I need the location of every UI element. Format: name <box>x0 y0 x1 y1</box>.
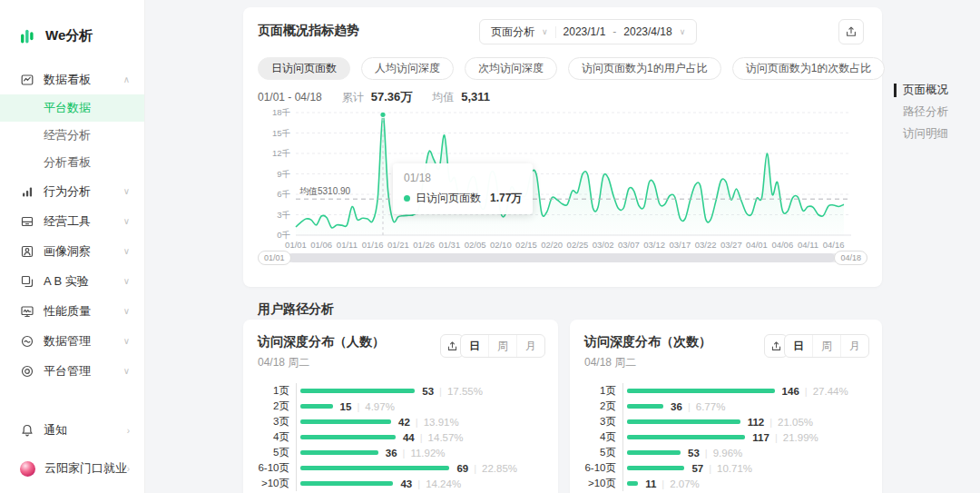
sidebar-item-经营工具[interactable]: 经营工具∨ <box>0 206 144 236</box>
tooltip-date: 01/18 <box>404 172 522 184</box>
bar-category-label: 3页 <box>258 415 296 429</box>
sidebar-footer-云阳家门口就业[interactable]: 云阳家门口就业› <box>0 449 144 488</box>
anchor-页面概况[interactable]: 页面概况 <box>894 84 948 97</box>
bar-value: 43 <box>400 478 412 489</box>
metric-tab-日访问页面数[interactable]: 日访问页面数 <box>258 57 350 80</box>
granularity-month[interactable]: 月 <box>516 335 544 357</box>
bar[interactable] <box>300 389 415 393</box>
sidebar-item-行为分析[interactable]: 行为分析∨ <box>0 176 144 206</box>
sidebar-item-A B 实验[interactable]: A B 实验∨ <box>0 266 144 296</box>
svg-text:9千: 9千 <box>277 169 290 179</box>
bar[interactable] <box>627 419 740 424</box>
export-button[interactable] <box>838 19 864 44</box>
bar-separator: | <box>474 463 476 474</box>
bar-row: 5页53|9.96% <box>584 445 873 460</box>
slider-selected-range[interactable] <box>289 253 835 262</box>
bar[interactable] <box>300 435 396 439</box>
bar[interactable] <box>627 466 684 470</box>
sidebar-item-数据看板[interactable]: 数据看板∧ <box>0 64 144 94</box>
bar-percent: 4.97% <box>365 401 395 412</box>
bar-percent: 14.57% <box>428 432 464 443</box>
bar-value: 53 <box>422 386 434 397</box>
metric-tab-人均访问深度[interactable]: 人均访问深度 <box>361 57 454 80</box>
granularity-week[interactable]: 周 <box>488 335 516 357</box>
depth-card-date: 04/18 周二 <box>258 355 309 370</box>
scope-select-value[interactable]: 页面分析 <box>491 25 534 40</box>
chevron-down-icon: ∨ <box>123 366 130 376</box>
bar-row: >10页11|2.07% <box>584 476 873 491</box>
sidebar-item-数据管理[interactable]: 数据管理∨ <box>0 326 144 356</box>
bar[interactable] <box>627 481 638 486</box>
sidebar-item-平台管理[interactable]: 平台管理∨ <box>0 356 144 386</box>
sidebar-subitem-分析看板[interactable]: 分析看板 <box>0 149 144 176</box>
chevron-down-icon: ∨ <box>680 27 686 36</box>
granularity-day[interactable]: 日 <box>785 335 812 357</box>
granularity-month[interactable]: 月 <box>840 335 868 357</box>
sidebar-item-label: 平台管理 <box>44 363 91 380</box>
bar[interactable] <box>300 466 449 470</box>
sidebar-subitem-平台数据[interactable]: 平台数据 <box>0 94 144 122</box>
trend-chart[interactable]: 0千3千6千9千12千15千18千01/0101/0601/1101/1601/… <box>256 102 869 258</box>
bar[interactable] <box>627 450 681 455</box>
bar[interactable] <box>627 404 663 409</box>
metric-tab-次均访问深度[interactable]: 次均访问深度 <box>465 57 557 80</box>
metric-tab-访问页面数为1的用户占比[interactable]: 访问页面数为1的用户占比 <box>568 57 721 80</box>
bar-row: 6-10页69|22.85% <box>258 460 549 476</box>
depth-card-users: 访问深度分布（人数） 04/18 周二 日 周 月 1页53|17.55%2页1… <box>243 320 558 493</box>
sidebar-item-label: 画像洞察 <box>44 243 91 260</box>
granularity-day[interactable]: 日 <box>461 335 488 357</box>
bar-row: 1页53|17.55% <box>258 383 549 399</box>
bar-category-label: 1页 <box>258 384 296 398</box>
bar[interactable] <box>627 389 775 393</box>
svg-text:02/05: 02/05 <box>465 240 486 250</box>
sidebar-subitem-经营分析[interactable]: 经营分析 <box>0 122 144 149</box>
bar-category-label: >10页 <box>584 477 622 490</box>
scope-date-filter[interactable]: 页面分析 ∨ 2023/1/1 - 2023/4/18 ∨ <box>479 19 697 44</box>
tools-icon <box>20 214 34 229</box>
chevron-down-icon: ∨ <box>123 186 130 196</box>
sidebar-item-性能质量[interactable]: 性能质量∨ <box>0 296 144 326</box>
date-range-end[interactable]: 2023/4/18 <box>623 25 671 38</box>
date-range-slider[interactable]: 01/01 04/18 <box>258 251 867 265</box>
trend-line-chart[interactable]: 0千3千6千9千12千15千18千01/0101/0601/1101/1601/… <box>256 102 869 258</box>
bar[interactable] <box>300 404 333 409</box>
ab-test-icon <box>20 274 34 289</box>
date-range-start[interactable]: 2023/1/1 <box>564 25 606 38</box>
chevron-up-icon: ∧ <box>123 74 130 84</box>
bar-percent: 6.77% <box>696 401 726 412</box>
bar-value: 112 <box>748 417 765 428</box>
bar-percent: 2.07% <box>670 478 700 489</box>
svg-text:02/10: 02/10 <box>490 240 512 250</box>
bar-area: 112|21.05% <box>622 414 873 429</box>
slider-handle-start[interactable]: 01/01 <box>258 251 291 265</box>
bar-area: 36|6.77% <box>622 399 873 414</box>
granularity-week[interactable]: 周 <box>812 335 840 357</box>
svg-text:04/06: 04/06 <box>771 240 793 250</box>
depth-card-date: 04/18 周二 <box>584 355 636 370</box>
sidebar-nav: 数据看板∧平台数据经营分析分析看板行为分析∨经营工具∨画像洞察∨A B 实验∨性… <box>0 64 144 386</box>
bar[interactable] <box>627 435 745 439</box>
bar[interactable] <box>300 481 393 486</box>
bar-category-label: 5页 <box>258 446 296 459</box>
sidebar-item-label: 性能质量 <box>44 303 91 320</box>
bar-row: 1页146|27.44% <box>584 383 873 399</box>
bar-area: 11|2.07% <box>622 476 873 491</box>
behavior-icon <box>20 184 34 199</box>
anchor-访问明细[interactable]: 访问明细 <box>894 127 948 141</box>
anchor-路径分析[interactable]: 路径分析 <box>894 105 948 119</box>
chevron-down-icon: ∨ <box>123 216 130 226</box>
bar-separator: | <box>357 401 359 412</box>
app-logo[interactable]: We分析 <box>0 0 144 64</box>
bar-category-label: 6-10页 <box>258 461 296 475</box>
sidebar-footer-通知[interactable]: 通知› <box>0 411 144 449</box>
bar[interactable] <box>300 450 378 455</box>
bar-area: 146|27.44% <box>622 383 873 399</box>
chevron-right-icon: › <box>127 464 130 474</box>
sidebar-item-画像洞察[interactable]: 画像洞察∨ <box>0 236 144 266</box>
metric-tab-访问页面数为1的次数占比[interactable]: 访问页面数为1的次数占比 <box>732 57 886 80</box>
svg-text:0千: 0千 <box>277 230 290 240</box>
bar-area: 43|14.24% <box>296 476 549 491</box>
platform-manage-icon <box>20 364 34 379</box>
bar[interactable] <box>300 419 391 424</box>
slider-handle-end[interactable]: 04/18 <box>834 251 867 265</box>
